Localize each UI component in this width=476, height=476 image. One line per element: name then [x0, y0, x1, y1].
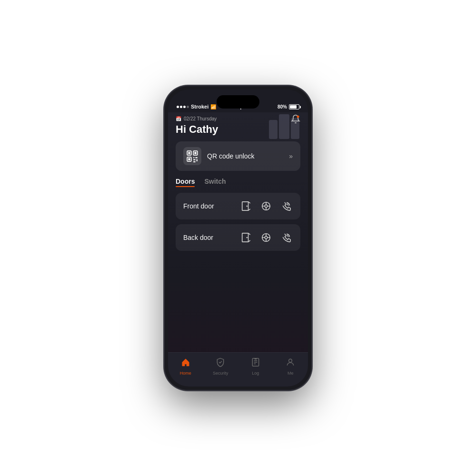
door-actions-back — [239, 231, 293, 244]
signal-dot-4 — [187, 106, 189, 108]
header-area: 📅 02/22 Thursday — [168, 112, 308, 141]
security-icon — [216, 357, 225, 369]
signal-dot-3 — [183, 106, 186, 108]
tabs: Doors Switch — [168, 178, 308, 187]
qr-text: QR code unlock — [207, 152, 283, 160]
battery-bar — [289, 104, 299, 109]
lock-icon-back[interactable] — [259, 231, 273, 244]
nav-log-label: Log — [252, 371, 259, 376]
svg-point-37 — [289, 359, 292, 362]
svg-rect-8 — [196, 157, 198, 158]
lock-icon-front[interactable] — [259, 199, 273, 213]
svg-rect-4 — [194, 152, 196, 154]
door-actions-front — [239, 199, 293, 213]
main-content: 📅 02/22 Thursday — [168, 112, 308, 387]
door-card-back: Back door — [176, 224, 300, 251]
nav-me[interactable]: Me — [278, 357, 302, 376]
status-left: Strokei 📶 — [177, 104, 216, 109]
nav-home[interactable]: Home — [174, 357, 198, 376]
log-icon — [251, 357, 260, 369]
signal-dots — [177, 106, 189, 108]
battery-percentage: 80% — [278, 104, 287, 109]
door-label-back: Back door — [183, 234, 235, 241]
tab-switch[interactable]: Switch — [204, 178, 226, 187]
nav-security[interactable]: Security — [208, 357, 232, 376]
svg-point-23 — [246, 237, 248, 238]
door-card-front: Front door — [176, 193, 300, 219]
qr-arrow: » — [289, 152, 293, 160]
phone-shell: Strokei 📶 1:43 pm 80% 📅 02/22 Thursday — [164, 86, 312, 390]
calendar-icon: 📅 — [176, 116, 181, 121]
device-box-1 — [269, 120, 278, 139]
door-cards: Front door — [168, 193, 308, 251]
status-right: 80% — [278, 104, 299, 109]
nav-log[interactable]: Log — [244, 357, 268, 376]
svg-point-17 — [265, 205, 268, 208]
svg-rect-9 — [193, 159, 195, 160]
nav-security-label: Security — [213, 371, 228, 376]
date-label: 02/22 Thursday — [184, 116, 217, 121]
battery-fill — [290, 105, 297, 109]
content-spacer — [168, 251, 308, 352]
nav-me-label: Me — [288, 371, 294, 376]
svg-point-27 — [265, 236, 268, 239]
svg-rect-36 — [254, 358, 257, 360]
door-label-front: Front door — [183, 202, 235, 210]
wifi-icon: 📶 — [210, 104, 216, 109]
call-icon-back[interactable] — [279, 231, 293, 244]
dynamic-island — [217, 95, 259, 109]
bottom-nav: Home Security — [168, 352, 308, 387]
svg-rect-10 — [197, 159, 198, 161]
signal-dot-2 — [180, 106, 182, 108]
call-icon-front[interactable] — [279, 199, 293, 213]
svg-rect-7 — [193, 157, 194, 158]
device-box-2 — [279, 114, 289, 139]
me-icon — [286, 357, 295, 369]
bell-icon[interactable] — [291, 114, 300, 126]
door-icon-back[interactable] — [239, 231, 253, 244]
carrier-label: Strokei — [191, 104, 208, 109]
qr-banner[interactable]: QR code unlock » — [176, 141, 300, 171]
svg-rect-6 — [188, 158, 190, 160]
svg-rect-2 — [188, 152, 190, 154]
signal-dot-1 — [177, 106, 179, 108]
svg-rect-11 — [193, 161, 195, 162]
svg-point-0 — [297, 116, 299, 118]
tab-doors[interactable]: Doors — [176, 178, 195, 187]
qr-icon-box — [183, 147, 201, 165]
home-icon — [181, 357, 190, 369]
door-icon-front[interactable] — [239, 199, 253, 213]
header-top: 📅 02/22 Thursday — [176, 116, 300, 121]
qr-code-icon — [186, 150, 198, 162]
screen: Strokei 📶 1:43 pm 80% 📅 02/22 Thursday — [168, 89, 308, 387]
date-row: 📅 02/22 Thursday — [176, 116, 217, 121]
nav-home-label: Home — [180, 371, 191, 376]
svg-point-13 — [246, 206, 248, 207]
